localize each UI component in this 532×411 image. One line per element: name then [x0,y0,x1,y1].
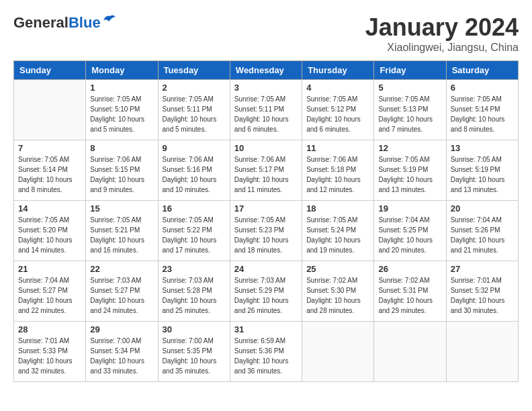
day-info: Sunrise: 7:04 AMSunset: 5:25 PMDaylight:… [378,215,441,255]
calendar-cell: 21Sunrise: 7:04 AMSunset: 5:27 PMDayligh… [14,261,86,322]
column-header-saturday: Saturday [446,61,518,80]
day-number: 16 [163,203,226,214]
calendar-week-row: 1Sunrise: 7:05 AMSunset: 5:10 PMDaylight… [14,80,519,140]
calendar-cell: 9Sunrise: 7:06 AMSunset: 5:16 PMDaylight… [158,140,230,201]
calendar-cell: 22Sunrise: 7:03 AMSunset: 5:27 PMDayligh… [86,261,158,322]
calendar-week-row: 14Sunrise: 7:05 AMSunset: 5:20 PMDayligh… [14,201,519,261]
calendar-cell: 28Sunrise: 7:01 AMSunset: 5:33 PMDayligh… [14,322,86,382]
calendar-cell: 5Sunrise: 7:05 AMSunset: 5:13 PMDaylight… [374,80,446,140]
calendar-cell: 16Sunrise: 7:05 AMSunset: 5:22 PMDayligh… [158,201,230,261]
calendar-cell: 18Sunrise: 7:05 AMSunset: 5:24 PMDayligh… [302,201,374,261]
day-info: Sunrise: 7:05 AMSunset: 5:13 PMDaylight:… [378,94,441,134]
column-header-sunday: Sunday [14,61,86,80]
calendar-cell: 29Sunrise: 7:00 AMSunset: 5:34 PMDayligh… [86,322,158,382]
day-info: Sunrise: 7:04 AMSunset: 5:27 PMDaylight:… [18,275,81,316]
calendar-cell: 23Sunrise: 7:03 AMSunset: 5:28 PMDayligh… [158,261,230,322]
day-info: Sunrise: 7:05 AMSunset: 5:14 PMDaylight:… [18,154,81,195]
calendar-cell [446,322,518,382]
day-number: 6 [451,83,514,93]
day-number: 28 [18,324,81,334]
day-info: Sunrise: 7:05 AMSunset: 5:20 PMDaylight:… [18,215,81,255]
calendar-cell: 11Sunrise: 7:06 AMSunset: 5:18 PMDayligh… [302,140,374,201]
day-info: Sunrise: 7:05 AMSunset: 5:11 PMDaylight:… [234,94,298,134]
calendar-cell: 30Sunrise: 7:00 AMSunset: 5:35 PMDayligh… [158,322,230,382]
calendar-header-row: SundayMondayTuesdayWednesdayThursdayFrid… [14,61,519,80]
day-info: Sunrise: 7:05 AMSunset: 5:11 PMDaylight:… [163,94,226,134]
day-info: Sunrise: 7:05 AMSunset: 5:10 PMDaylight:… [90,94,153,134]
calendar-table: SundayMondayTuesdayWednesdayThursdayFrid… [13,60,519,382]
day-info: Sunrise: 7:06 AMSunset: 5:17 PMDaylight:… [234,154,298,195]
day-number: 5 [378,83,441,93]
day-info: Sunrise: 7:05 AMSunset: 5:24 PMDaylight:… [306,215,369,255]
calendar-cell: 17Sunrise: 7:05 AMSunset: 5:23 PMDayligh… [230,201,302,261]
day-info: Sunrise: 7:05 AMSunset: 5:23 PMDaylight:… [234,215,298,255]
day-number: 18 [306,203,369,214]
column-header-thursday: Thursday [302,61,374,80]
day-number: 17 [234,203,298,214]
day-number: 22 [90,264,153,274]
location: Xiaolingwei, Jiangsu, China [365,42,519,54]
calendar-week-row: 28Sunrise: 7:01 AMSunset: 5:33 PMDayligh… [14,322,519,382]
day-info: Sunrise: 7:00 AMSunset: 5:34 PMDaylight:… [90,336,153,376]
column-header-wednesday: Wednesday [230,61,302,80]
calendar-cell: 8Sunrise: 7:06 AMSunset: 5:15 PMDaylight… [86,140,158,201]
day-number: 2 [163,83,226,93]
day-number: 13 [451,143,514,153]
day-info: Sunrise: 7:00 AMSunset: 5:35 PMDaylight:… [163,336,226,376]
day-info: Sunrise: 7:06 AMSunset: 5:18 PMDaylight:… [306,154,369,195]
day-number: 19 [378,203,441,214]
day-number: 15 [90,203,153,214]
month-title: January 2024 [365,13,519,42]
calendar-cell: 10Sunrise: 7:06 AMSunset: 5:17 PMDayligh… [230,140,302,201]
calendar-cell [302,322,374,382]
calendar-cell [14,80,86,140]
day-info: Sunrise: 7:01 AMSunset: 5:32 PMDaylight:… [451,275,514,316]
day-number: 12 [378,143,441,153]
day-number: 1 [90,83,153,93]
day-number: 8 [90,143,153,153]
calendar-cell: 27Sunrise: 7:01 AMSunset: 5:32 PMDayligh… [446,261,518,322]
day-info: Sunrise: 7:03 AMSunset: 5:29 PMDaylight:… [234,275,298,316]
logo-bird-icon [102,13,117,26]
logo: GeneralBlue [13,13,117,32]
calendar-cell: 15Sunrise: 7:05 AMSunset: 5:21 PMDayligh… [86,201,158,261]
day-number: 4 [306,83,369,93]
day-info: Sunrise: 7:06 AMSunset: 5:15 PMDaylight:… [90,154,153,195]
calendar-cell: 25Sunrise: 7:02 AMSunset: 5:30 PMDayligh… [302,261,374,322]
day-info: Sunrise: 7:05 AMSunset: 5:19 PMDaylight:… [378,154,441,195]
logo-text: GeneralBlue [13,15,101,30]
day-number: 10 [234,143,298,153]
day-info: Sunrise: 7:03 AMSunset: 5:28 PMDaylight:… [163,275,226,316]
calendar-cell: 24Sunrise: 7:03 AMSunset: 5:29 PMDayligh… [230,261,302,322]
day-info: Sunrise: 7:05 AMSunset: 5:19 PMDaylight:… [451,154,514,195]
calendar-cell: 14Sunrise: 7:05 AMSunset: 5:20 PMDayligh… [14,201,86,261]
day-number: 30 [163,324,226,334]
day-info: Sunrise: 6:59 AMSunset: 5:36 PMDaylight:… [234,336,298,376]
day-number: 26 [378,264,441,274]
day-info: Sunrise: 7:03 AMSunset: 5:27 PMDaylight:… [90,275,153,316]
day-info: Sunrise: 7:02 AMSunset: 5:30 PMDaylight:… [306,275,369,316]
column-header-tuesday: Tuesday [158,61,230,80]
day-number: 9 [163,143,226,153]
day-info: Sunrise: 7:06 AMSunset: 5:16 PMDaylight:… [163,154,226,195]
day-info: Sunrise: 7:05 AMSunset: 5:22 PMDaylight:… [163,215,226,255]
calendar-cell: 7Sunrise: 7:05 AMSunset: 5:14 PMDaylight… [14,140,86,201]
day-info: Sunrise: 7:01 AMSunset: 5:33 PMDaylight:… [18,336,81,376]
day-info: Sunrise: 7:05 AMSunset: 5:12 PMDaylight:… [306,94,369,134]
day-info: Sunrise: 7:02 AMSunset: 5:31 PMDaylight:… [378,275,441,316]
day-number: 3 [234,83,298,93]
day-info: Sunrise: 7:05 AMSunset: 5:14 PMDaylight:… [451,94,514,134]
calendar-cell: 2Sunrise: 7:05 AMSunset: 5:11 PMDaylight… [158,80,230,140]
day-number: 31 [234,324,298,334]
calendar-cell: 3Sunrise: 7:05 AMSunset: 5:11 PMDaylight… [230,80,302,140]
column-header-monday: Monday [86,61,158,80]
day-number: 20 [451,203,514,214]
calendar-cell: 12Sunrise: 7:05 AMSunset: 5:19 PMDayligh… [374,140,446,201]
day-info: Sunrise: 7:05 AMSunset: 5:21 PMDaylight:… [90,215,153,255]
calendar-week-row: 21Sunrise: 7:04 AMSunset: 5:27 PMDayligh… [14,261,519,322]
title-area: January 2024 Xiaolingwei, Jiangsu, China [365,13,519,54]
day-number: 25 [306,264,369,274]
day-number: 24 [234,264,298,274]
calendar-cell: 1Sunrise: 7:05 AMSunset: 5:10 PMDaylight… [86,80,158,140]
column-header-friday: Friday [374,61,446,80]
